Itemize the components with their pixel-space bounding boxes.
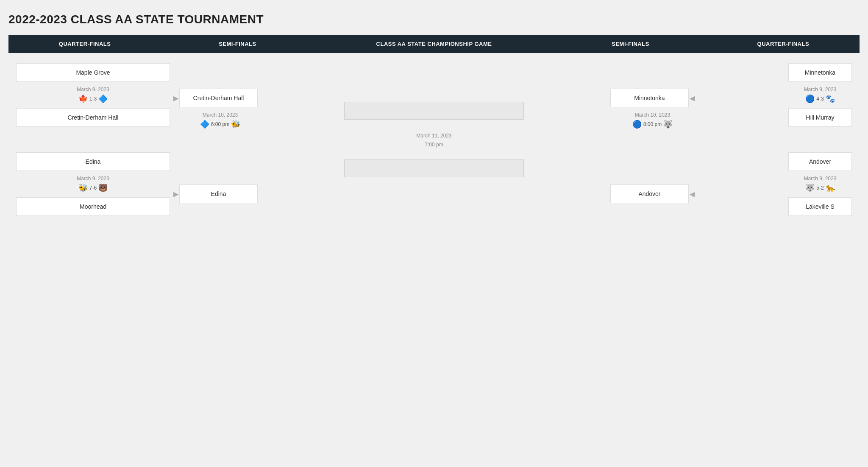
lakeville-icon: 🐆 [826,183,835,193]
sf-right-top-connector: Minnetonka ◀ [610,89,695,107]
sf-right-top: Minnetonka ◀ March 10, 2023 🔵 8:00 pm 🐺 [610,89,695,134]
team-hill-murray: Hill Murray [788,108,852,127]
arrow-right-bottom: ◀ [690,190,695,198]
sf-left-top: ▶ Cretin-Derham Hall March 10, 2023 🔷 6:… [173,89,258,134]
minnetonka-icon: 🔵 [805,94,815,103]
col-qf-right: Minnetonka March 9, 2023 🔵 4-3 🐾 Hill Mu… [698,63,860,216]
qf-right-bottom: Andover March 9, 2023 🐺 5-2 🐆 Lakeville … [788,152,852,216]
sf-cretin-icon: 🔷 [200,120,209,129]
bracket-container: Maple Grove March 9, 2023 🍁 1-3 🔷 Cretin… [8,53,860,226]
qf-right-bottom-date: March 9, 2023 [804,173,837,182]
team-minnetonka-sf: Minnetonka [610,89,689,107]
qf-left-bottom: Edina March 9, 2023 🐝 7-6 🐻 Moorhead [16,152,170,216]
sf-right-top-date: March 10, 2023 [635,110,670,119]
sf-minnetonka-icon: 🔵 [632,120,642,129]
moorhead-icon: 🐻 [98,183,108,193]
header-championship: CLASS AA STATE CHAMPIONSHIP GAME [314,35,554,53]
sf-right-bottom-connector: Andover ◀ [610,185,695,203]
sf-left-top-time: 6:00 pm [211,121,229,127]
qf-left-top: Maple Grove March 9, 2023 🍁 1-3 🔷 Cretin… [16,63,170,127]
qf-right-top-icons: 🔵 4-3 🐾 [805,93,835,106]
sf-left-bottom: ▶ Edina [173,185,258,203]
qf-left-top-icons: 🍁 1-3 🔷 [78,93,108,106]
col-championship: March 11, 2023 7:00 pm [331,63,537,216]
cretin-icon: 🔷 [98,94,108,103]
col-sf-right: Minnetonka ◀ March 10, 2023 🔵 8:00 pm 🐺 … [537,63,698,216]
header-sf-right: SEMI-FINALS [554,35,707,53]
champ-date: March 11, 2023 [416,131,451,140]
arrow-left-bottom: ▶ [173,190,178,198]
qf-right-top-date: March 9, 2023 [804,84,837,93]
col-sf-left: ▶ Cretin-Derham Hall March 10, 2023 🔷 6:… [170,63,331,216]
team-andover-sf: Andover [610,185,689,203]
champ-box-top [344,102,524,120]
team-edina-sf: Edina [179,185,258,203]
sf-left-bottom-connector: ▶ Edina [173,185,258,203]
tournament-title: 2022-2023 CLASS AA STATE TOURNAMENT [8,13,860,26]
qf-left-bottom-score: 7-6 [89,185,97,191]
champ-time-info: March 11, 2023 7:00 pm [416,131,451,148]
qf-left-top-date: March 9, 2023 [77,84,109,93]
maple-grove-icon: 🍁 [78,94,88,103]
team-andover: Andover [788,152,852,171]
champ-box-bottom [344,159,524,177]
header-sf-left: SEMI-FINALS [161,35,314,53]
qf-left-top-score: 1-3 [89,96,97,102]
qf-right-top-score: 4-3 [816,96,823,102]
qf-right-bottom-icons: 🐺 5-2 🐆 [805,182,835,195]
qf-left-bottom-icons: 🐝 7-6 🐻 [78,182,108,195]
header-qf-right: QUARTER-FINALS [707,35,860,53]
arrow-left-top: ▶ [173,94,178,102]
sf-edina-icon: 🐝 [231,120,240,129]
team-maple-grove: Maple Grove [16,63,170,82]
page: 2022-2023 CLASS AA STATE TOURNAMENT QUAR… [0,0,868,235]
team-cretin-sf: Cretin-Derham Hall [179,89,258,107]
sf-left-top-connector: ▶ Cretin-Derham Hall [173,89,258,107]
sf-right-top-time: 8:00 pm [643,121,662,127]
hill-murray-icon: 🐾 [826,94,835,103]
sf-right-top-icons: 🔵 8:00 pm 🐺 [632,119,673,131]
header-bar: QUARTER-FINALS SEMI-FINALS CLASS AA STAT… [8,35,860,53]
header-qf-left: QUARTER-FINALS [8,35,161,53]
andover-icon: 🐺 [805,183,815,193]
edina-icon: 🐝 [78,183,88,193]
team-cretin: Cretin-Derham Hall [16,108,170,127]
sf-left-top-match-icons: 🔷 6:00 pm 🐝 [200,119,240,131]
champ-time: 7:00 pm [416,140,451,148]
qf-left-bottom-date: March 9, 2023 [77,173,109,182]
team-lakeville: Lakeville S [788,197,852,216]
sf-left-top-date: March 10, 2023 [203,110,238,119]
arrow-right-top: ◀ [690,94,695,102]
team-minnetonka: Minnetonka [788,63,852,82]
qf-right-top: Minnetonka March 9, 2023 🔵 4-3 🐾 Hill Mu… [788,63,852,127]
qf-right-bottom-score: 5-2 [816,185,823,191]
sf-right-bottom: Andover ◀ [610,185,695,203]
col-qf-left: Maple Grove March 9, 2023 🍁 1-3 🔷 Cretin… [8,63,170,216]
team-edina: Edina [16,152,170,171]
sf-andover-icon: 🐺 [663,120,673,129]
team-moorhead: Moorhead [16,197,170,216]
